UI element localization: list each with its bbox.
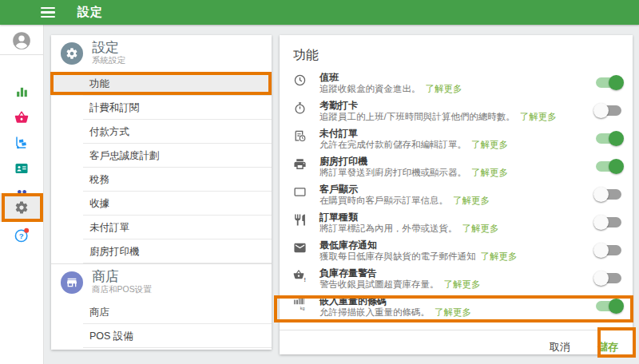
- feature-toggle[interactable]: [596, 217, 621, 228]
- menu-item-features[interactable]: 功能: [51, 72, 272, 96]
- app-header: 設定: [0, 0, 639, 25]
- stores-section-subtitle: 商店和POS设置: [92, 284, 152, 295]
- sidebar-divider: [0, 54, 43, 55]
- printer-icon: [293, 157, 309, 173]
- save-button[interactable]: 儲存: [596, 337, 620, 358]
- feature-row-time-clock: 考勤打卡 追蹤員工的上班/下班時間與計算他們的總時數。了解更多: [280, 98, 633, 126]
- menu-item-payment-types[interactable]: 付款方式: [51, 120, 272, 144]
- feature-toggle[interactable]: [596, 77, 621, 88]
- clock-icon: [293, 73, 309, 89]
- feature-desc: 追蹤收銀盒的資金進出。: [320, 84, 421, 93]
- feature-toggle[interactable]: [596, 273, 621, 283]
- display-icon: [293, 185, 309, 201]
- features-footer: 取消 儲存: [280, 330, 633, 363]
- settings-page: 設定 ?: [0, 0, 639, 364]
- feature-desc: 將訂單發送到廚房打印機或顯示器。: [320, 168, 466, 177]
- menu-item-kitchen-printers[interactable]: 廚房打印機: [51, 239, 272, 263]
- hamburger-menu-icon[interactable]: [41, 7, 55, 18]
- feature-title: 負庫存量警告: [320, 267, 588, 279]
- feature-desc: 允許在完成付款前儲存和編輯訂單。: [320, 140, 466, 149]
- menu-item-receipts[interactable]: 收據: [51, 192, 272, 216]
- feature-row-open-tickets: 未付訂單 允許在完成付款前儲存和編輯訂單。了解更多: [280, 126, 633, 154]
- learn-more-link[interactable]: 了解更多: [435, 307, 471, 317]
- feature-desc: 允許掃描嵌入重量的條碼。: [320, 307, 430, 317]
- learn-more-link[interactable]: 了解更多: [520, 112, 557, 121]
- feature-toggle[interactable]: [596, 189, 621, 200]
- basket-alert-icon: !: [293, 269, 309, 285]
- feature-row-low-stock: 最低庫存通知 獲取每日低庫存與缺貨的電子郵件通知了解更多: [280, 238, 633, 266]
- dining-utensils-icon: [293, 213, 309, 229]
- feature-title: 訂單種類: [320, 212, 588, 223]
- feature-row-negative-stock: ! 負庫存量警告 警告收銀員試圖超賣庫存量。了解更多: [280, 266, 633, 294]
- stores-section-header: 商店 商店和POS设置: [51, 263, 272, 300]
- menu-item-taxes[interactable]: 稅務: [51, 168, 272, 192]
- feature-desc: 獲取每日低庫存與缺貨的電子郵件通知: [320, 251, 476, 261]
- feature-desc: 在購買時向客戶顯示訂單信息。: [320, 196, 448, 205]
- feature-row-dining-options: 訂單種類 將訂單標記為內用，外帶或送貨。了解更多: [280, 210, 633, 238]
- menu-item-stores[interactable]: 商店: [51, 300, 272, 324]
- learn-more-link[interactable]: 了解更多: [471, 140, 508, 149]
- sidebar-item-inventory[interactable]: [0, 136, 43, 150]
- feature-toggle[interactable]: [596, 161, 621, 172]
- settings-menu-card: 設定 系統設定 功能 計費和訂閱 付款方式 客戶忠誠度計劃 稅務 收據 未付訂單…: [51, 35, 272, 350]
- feature-row-kitchen-printers: 廚房打印機 將訂單發送到廚房打印機或顯示器。了解更多: [280, 154, 633, 182]
- learn-more-link[interactable]: 了解更多: [471, 168, 508, 177]
- settings-section-header: 設定 系統設定: [51, 35, 272, 72]
- features-panel: 功能 值班 追蹤收銀盒的資金進出。了解更多 考勤打卡 追蹤員工的上班/下班時間與…: [280, 35, 633, 354]
- gear-icon: [14, 200, 29, 215]
- feature-desc: 警告收銀員試圖超賣庫存量。: [320, 279, 439, 289]
- feature-title: 值班: [320, 72, 588, 83]
- feature-row-embedded-barcodes: kg 嵌入重量的條碼 允許掃描嵌入重量的條碼。了解更多: [280, 294, 633, 322]
- learn-more-link[interactable]: 了解更多: [462, 224, 499, 233]
- feature-row-shifts: 值班 追蹤收銀盒的資金進出。了解更多: [280, 70, 633, 98]
- feature-title: 最低庫存通知: [320, 239, 588, 251]
- sidebar-item-items[interactable]: [0, 110, 43, 125]
- sidebar-item-employees[interactable]: [0, 161, 43, 176]
- feature-toggle[interactable]: [596, 245, 621, 255]
- svg-text:kg: kg: [300, 306, 305, 311]
- menu-item-loyalty[interactable]: 客戶忠誠度計劃: [51, 144, 272, 168]
- feature-toggle[interactable]: [596, 301, 621, 311]
- sidebar-item-settings[interactable]: [0, 193, 43, 222]
- menu-item-open-tickets[interactable]: 未付訂單: [51, 216, 272, 239]
- feature-title: 考勤打卡: [320, 100, 588, 111]
- stopwatch-icon: [293, 101, 309, 117]
- learn-more-link[interactable]: 了解更多: [481, 251, 518, 261]
- mail-icon: [293, 241, 309, 257]
- svg-text:!: !: [304, 277, 305, 283]
- menu-item-pos-devices[interactable]: POS 設備: [51, 324, 272, 348]
- settings-section-title: 設定: [92, 41, 125, 55]
- menu-item-billing[interactable]: 計費和訂閱: [51, 96, 272, 120]
- account-avatar[interactable]: [0, 30, 43, 51]
- feature-title: 客戶顯示: [320, 184, 588, 195]
- learn-more-link[interactable]: 了解更多: [444, 279, 481, 289]
- sidebar-item-reports[interactable]: [0, 85, 43, 99]
- settings-section-subtitle: 系統設定: [92, 55, 125, 66]
- learn-more-link[interactable]: 了解更多: [426, 84, 462, 93]
- features-panel-title: 功能: [280, 35, 633, 70]
- svg-text:?: ?: [18, 231, 23, 240]
- feature-title: 嵌入重量的條碼: [320, 295, 588, 307]
- barcode-kg-icon: kg: [293, 297, 309, 313]
- nav-sidebar: ?: [0, 25, 44, 364]
- settings-section-icon: [61, 42, 83, 65]
- sidebar-item-help[interactable]: ?: [0, 227, 43, 243]
- cancel-button[interactable]: 取消: [548, 337, 572, 358]
- learn-more-link[interactable]: 了解更多: [453, 196, 490, 205]
- feature-title: 廚房打印機: [320, 156, 588, 167]
- ticket-clock-icon: [293, 129, 309, 145]
- stores-section-title: 商店: [92, 270, 152, 284]
- feature-toggle[interactable]: [596, 133, 621, 144]
- page-title: 設定: [77, 5, 103, 20]
- stores-section-icon: [61, 271, 83, 294]
- feature-title: 未付訂單: [320, 128, 588, 139]
- feature-toggle[interactable]: [596, 105, 621, 116]
- feature-desc: 將訂單標記為內用，外帶或送貨。: [320, 224, 458, 233]
- feature-desc: 追蹤員工的上班/下班時間與計算他們的總時數。: [320, 112, 515, 121]
- feature-row-customer-display: 客戶顯示 在購買時向客戶顯示訂單信息。了解更多: [280, 182, 633, 210]
